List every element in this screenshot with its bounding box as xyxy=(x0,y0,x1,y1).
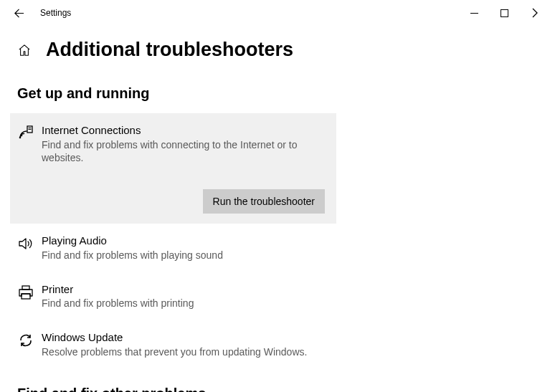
troubleshooter-internet-connections[interactable]: Internet Connections Find and fix proble… xyxy=(10,113,336,224)
svg-point-1 xyxy=(19,137,22,139)
titlebar: Settings xyxy=(0,0,555,26)
item-description: Find and fix problems with playing sound xyxy=(42,249,325,262)
item-title: Printer xyxy=(42,282,325,297)
item-title: Playing Audio xyxy=(42,234,325,248)
section-heading-other: Find and fix other problems xyxy=(17,386,545,392)
minimize-icon xyxy=(470,9,478,17)
next-button[interactable] xyxy=(519,0,549,26)
maximize-button[interactable] xyxy=(489,0,519,26)
svg-rect-0 xyxy=(501,9,508,16)
item-title: Windows Update xyxy=(42,330,325,345)
home-button[interactable] xyxy=(17,43,32,57)
page-header: Additional troubleshooters xyxy=(0,26,555,68)
item-description: Find and fix problems with connecting to… xyxy=(42,138,325,166)
refresh-icon xyxy=(17,330,42,349)
back-button[interactable] xyxy=(6,0,32,26)
home-icon xyxy=(18,44,31,57)
item-description: Find and fix problems with printing xyxy=(42,297,325,310)
troubleshooter-printer[interactable]: Printer Find and fix problems with print… xyxy=(10,272,336,320)
troubleshooter-windows-update[interactable]: Windows Update Resolve problems that pre… xyxy=(10,320,336,368)
maximize-icon xyxy=(501,9,508,17)
chevron-right-icon xyxy=(531,8,539,18)
svg-rect-5 xyxy=(22,286,29,290)
printer-icon xyxy=(17,282,42,301)
speaker-icon xyxy=(17,234,42,252)
wifi-icon xyxy=(17,123,42,142)
content-area: Get up and running Internet Connections … xyxy=(0,85,555,392)
run-troubleshooter-button[interactable]: Run the troubleshooter xyxy=(203,189,325,214)
window-title: Settings xyxy=(40,8,71,18)
minimize-button[interactable] xyxy=(459,0,489,26)
item-description: Resolve problems that prevent you from u… xyxy=(42,345,325,359)
arrow-left-icon xyxy=(14,8,24,19)
troubleshooter-playing-audio[interactable]: Playing Audio Find and fix problems with… xyxy=(10,224,336,272)
section-heading-running: Get up and running xyxy=(17,85,545,102)
svg-rect-6 xyxy=(22,294,30,299)
item-title: Internet Connections xyxy=(42,123,325,138)
page-title: Additional troubleshooters xyxy=(46,39,293,61)
